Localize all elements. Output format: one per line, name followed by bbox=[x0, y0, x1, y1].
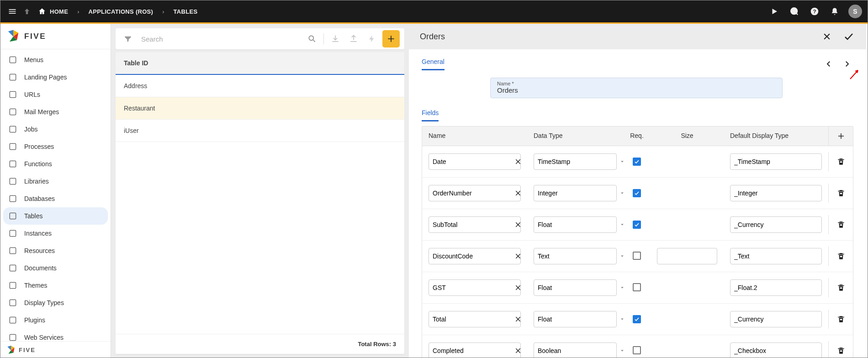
table-row[interactable]: Address bbox=[116, 75, 404, 97]
sidebar-item-instances[interactable]: Instances bbox=[3, 225, 108, 242]
breadcrumb-tables[interactable]: TABLES bbox=[171, 8, 201, 15]
data-type-select[interactable] bbox=[534, 216, 617, 233]
field-name-input[interactable] bbox=[429, 248, 521, 264]
field-row bbox=[422, 209, 853, 241]
data-type-select[interactable] bbox=[534, 248, 617, 264]
up-arrow-icon[interactable] bbox=[21, 5, 33, 18]
bell-icon[interactable] bbox=[828, 5, 841, 18]
display-type-input[interactable] bbox=[730, 279, 822, 296]
display-type-input[interactable] bbox=[730, 311, 822, 327]
field-name-input[interactable] bbox=[429, 216, 521, 233]
search-global-icon[interactable] bbox=[788, 5, 801, 18]
sidebar-item-mail-merges[interactable]: Mail Merges bbox=[3, 103, 108, 121]
sidebar-item-label: Tables bbox=[24, 212, 42, 220]
sidebar-item-documents[interactable]: Documents bbox=[3, 259, 108, 277]
sidebar-item-display-types[interactable]: Display Types bbox=[3, 294, 108, 311]
delete-field-button[interactable] bbox=[835, 315, 847, 323]
sidebar-item-functions[interactable]: Functions bbox=[3, 155, 108, 173]
display-type-input[interactable] bbox=[730, 342, 822, 358]
svg-rect-11 bbox=[10, 91, 16, 97]
data-type-select[interactable] bbox=[534, 342, 617, 358]
data-type-select[interactable] bbox=[534, 311, 617, 327]
field-name-input[interactable] bbox=[429, 153, 521, 170]
upload-icon[interactable] bbox=[346, 31, 361, 47]
delete-field-button[interactable] bbox=[835, 221, 847, 229]
data-type-select[interactable] bbox=[534, 185, 617, 201]
filter-icon[interactable] bbox=[120, 31, 136, 47]
required-checkbox[interactable] bbox=[633, 221, 641, 229]
svg-rect-16 bbox=[10, 178, 16, 184]
sidebar-item-processes[interactable]: Processes bbox=[3, 138, 108, 155]
clear-icon[interactable] bbox=[514, 284, 522, 291]
clear-icon[interactable] bbox=[514, 158, 522, 165]
breadcrumb-applications[interactable]: APPLICATIONS (ROS) bbox=[86, 8, 156, 15]
download-icon[interactable] bbox=[328, 31, 343, 47]
required-checkbox[interactable] bbox=[633, 315, 641, 323]
field-name-input[interactable] bbox=[429, 342, 521, 358]
name-field[interactable]: Name * Orders bbox=[490, 78, 783, 98]
sidebar-item-plugins[interactable]: Plugins bbox=[3, 311, 108, 329]
delete-field-button[interactable] bbox=[835, 347, 847, 355]
svg-rect-21 bbox=[10, 265, 16, 271]
sidebar-item-urls[interactable]: URLs bbox=[3, 86, 108, 103]
table-row[interactable]: iUser bbox=[116, 120, 404, 142]
next-record-button[interactable] bbox=[841, 58, 853, 70]
delete-field-button[interactable] bbox=[835, 189, 847, 197]
sidebar-item-label: URLs bbox=[24, 91, 40, 98]
display-type-input[interactable] bbox=[730, 248, 822, 264]
avatar[interactable]: S bbox=[848, 5, 862, 18]
data-type-select[interactable] bbox=[534, 279, 617, 296]
sidebar-item-label: Mail Merges bbox=[24, 108, 59, 116]
help-icon[interactable]: ? bbox=[808, 5, 821, 18]
sidebar-item-landing-pages[interactable]: Landing Pages bbox=[3, 68, 108, 86]
play-icon[interactable] bbox=[768, 5, 781, 18]
clear-icon[interactable] bbox=[514, 253, 522, 260]
sidebar-item-libraries[interactable]: Libraries bbox=[3, 173, 108, 190]
delete-field-button[interactable] bbox=[835, 284, 847, 292]
delete-field-button[interactable] bbox=[835, 158, 847, 166]
sidebar-item-menus[interactable]: Menus bbox=[3, 51, 108, 68]
data-type-select[interactable] bbox=[534, 153, 617, 170]
search-icon[interactable] bbox=[304, 31, 320, 47]
add-field-button[interactable] bbox=[828, 126, 853, 146]
save-button[interactable] bbox=[842, 30, 855, 43]
close-button[interactable] bbox=[820, 30, 833, 43]
clear-icon[interactable] bbox=[514, 347, 522, 354]
svg-point-31 bbox=[309, 36, 313, 40]
sidebar-item-label: Documents bbox=[24, 264, 57, 272]
sidebar-item-themes[interactable]: Themes bbox=[3, 277, 108, 294]
clear-icon[interactable] bbox=[514, 221, 522, 228]
field-name-input[interactable] bbox=[429, 185, 521, 201]
display-type-input[interactable] bbox=[730, 216, 822, 233]
size-input[interactable] bbox=[657, 248, 717, 264]
page-title: Orders bbox=[420, 32, 445, 42]
field-name-input[interactable] bbox=[429, 279, 521, 296]
required-checkbox[interactable] bbox=[633, 252, 641, 260]
search-input[interactable] bbox=[138, 32, 302, 46]
menu-icon[interactable] bbox=[6, 5, 19, 18]
display-type-input[interactable] bbox=[730, 153, 822, 170]
sidebar-item-databases[interactable]: Databases bbox=[3, 190, 108, 207]
tab-fields[interactable]: Fields bbox=[422, 109, 439, 121]
required-checkbox[interactable] bbox=[633, 158, 641, 166]
add-button[interactable] bbox=[382, 30, 400, 47]
clear-icon[interactable] bbox=[514, 316, 522, 323]
required-checkbox[interactable] bbox=[633, 189, 641, 197]
sidebar-item-web-services[interactable]: Web Services bbox=[3, 329, 108, 341]
lightning-icon[interactable] bbox=[364, 31, 380, 47]
required-checkbox[interactable] bbox=[633, 283, 641, 291]
delete-field-button[interactable] bbox=[835, 252, 847, 260]
tab-general[interactable]: General bbox=[422, 58, 445, 70]
svg-rect-15 bbox=[10, 161, 16, 167]
required-checkbox[interactable] bbox=[633, 346, 641, 354]
breadcrumb-separator: › bbox=[73, 8, 84, 15]
sidebar-item-resources[interactable]: Resources bbox=[3, 242, 108, 259]
sidebar-item-jobs[interactable]: Jobs bbox=[3, 121, 108, 138]
prev-record-button[interactable] bbox=[822, 58, 835, 70]
table-row[interactable]: Restaurant bbox=[116, 97, 404, 120]
display-type-input[interactable] bbox=[730, 185, 822, 201]
sidebar-item-tables[interactable]: Tables bbox=[3, 207, 108, 225]
clear-icon[interactable] bbox=[514, 190, 522, 197]
field-name-input[interactable] bbox=[429, 311, 521, 327]
breadcrumb-home[interactable]: HOME bbox=[35, 7, 71, 16]
